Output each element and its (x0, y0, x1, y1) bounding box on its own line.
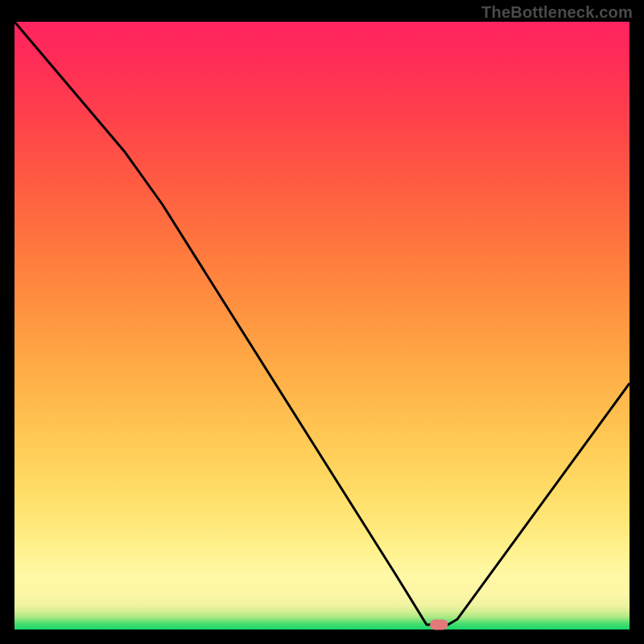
chart-frame: TheBottleneck.com (0, 0, 644, 644)
chart-svg (14, 22, 630, 630)
min-marker (430, 620, 448, 630)
attribution-label: TheBottleneck.com (481, 3, 633, 22)
plot-area (14, 22, 630, 630)
bottleneck-curve (14, 22, 630, 625)
